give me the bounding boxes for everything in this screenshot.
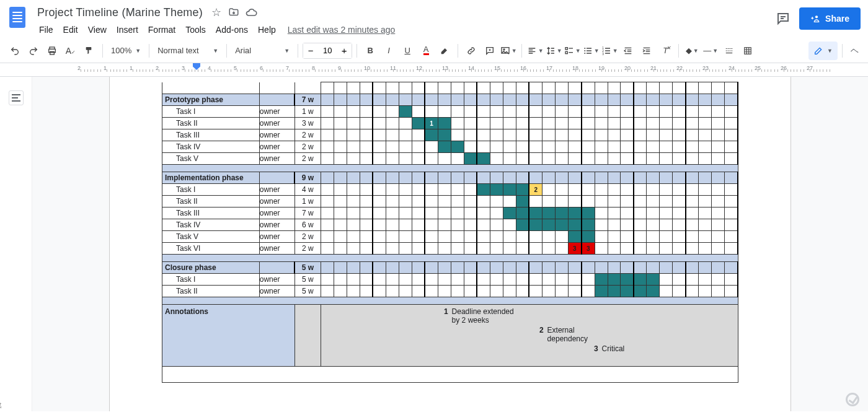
italic-button[interactable]: I [380, 42, 397, 59]
editing-mode-button[interactable]: ▼ [808, 42, 838, 60]
font-size-input[interactable] [318, 43, 337, 58]
svg-point-9 [584, 50, 585, 51]
document-page[interactable]: Prototype phase7 wTask Iowner1 wTask IIo… [109, 77, 791, 411]
border-style-button[interactable] [720, 42, 738, 59]
gantt-bar [516, 208, 529, 219]
task-owner: owner [259, 274, 294, 286]
line-spacing-button[interactable]: ▼ [545, 42, 562, 59]
font-size-control[interactable]: − + [303, 43, 352, 59]
annotation-text: Critical [602, 344, 625, 353]
docs-app-icon[interactable] [6, 4, 29, 31]
task-name: Task II [162, 196, 260, 208]
gantt-bar [569, 208, 582, 219]
border-width-button[interactable]: ―▼ [702, 42, 719, 59]
highlight-button[interactable] [436, 42, 453, 59]
print-button[interactable] [43, 42, 61, 59]
table-options-button[interactable] [739, 42, 756, 59]
indent-handle-icon[interactable] [193, 63, 200, 70]
task-owner: owner [259, 118, 294, 129]
task-name: Task I [162, 106, 260, 118]
gantt-bar [529, 219, 542, 231]
task-duration: 6 w [294, 219, 321, 231]
menu-insert[interactable]: Insert [112, 22, 143, 37]
paint-format-button[interactable] [81, 42, 98, 59]
zoom-select[interactable]: 100%▼ [107, 42, 144, 59]
underline-button[interactable]: U [399, 42, 416, 59]
task-name: Task II [162, 118, 260, 129]
add-comment-button[interactable] [481, 42, 498, 59]
star-icon[interactable]: ☆ [210, 6, 223, 19]
last-edit-link[interactable]: Last edit was 2 minutes ago [288, 25, 396, 35]
svg-text:3: 3 [602, 52, 604, 55]
gantt-bar [569, 231, 582, 243]
gantt-bar [621, 274, 634, 286]
menu-view[interactable]: View [84, 22, 111, 37]
task-duration: 2 w [294, 129, 321, 141]
gantt-bar [542, 208, 556, 219]
checklist-button[interactable]: ▼ [564, 42, 581, 59]
grammarly-icon[interactable] [846, 393, 859, 406]
task-owner: owner [259, 129, 294, 141]
gantt-bar [516, 196, 529, 208]
move-icon[interactable] [228, 6, 240, 19]
cloud-status-icon[interactable] [245, 6, 257, 19]
task-name [162, 82, 260, 94]
phase-name: Prototype phase [162, 94, 260, 106]
font-size-decrease[interactable]: − [303, 43, 318, 58]
menu-addons[interactable]: Add-ons [211, 22, 252, 37]
menu-format[interactable]: Format [144, 22, 180, 37]
task-duration: 7 w [294, 208, 321, 219]
task-owner: owner [259, 141, 294, 153]
gantt-bar [582, 231, 595, 243]
menu-help[interactable]: Help [254, 22, 280, 37]
comments-icon[interactable] [776, 11, 790, 26]
task-duration: 2 w [294, 153, 321, 165]
clear-formatting-button[interactable]: T✕ [657, 42, 674, 59]
gantt-bar [451, 141, 464, 153]
border-color-button[interactable]: ◆▼ [683, 42, 701, 59]
task-owner: owner [259, 243, 294, 255]
task-name: Task IV [162, 141, 260, 153]
task-name: Task II [162, 286, 260, 297]
menu-edit[interactable]: Edit [59, 22, 82, 37]
gantt-bar [399, 106, 412, 118]
text-color-button[interactable]: A [417, 42, 435, 59]
menu-tools[interactable]: Tools [181, 22, 210, 37]
gantt-bar [438, 141, 451, 153]
indent-increase-button[interactable] [638, 42, 655, 59]
insert-image-button[interactable]: ▼ [500, 42, 517, 59]
outline-toggle-button[interactable] [9, 90, 24, 105]
task-name: Task III [162, 129, 260, 141]
document-title[interactable]: Project Timeline (Marine Theme) [35, 5, 205, 20]
indent-decrease-button[interactable] [619, 42, 637, 59]
gantt-bar [621, 286, 634, 297]
page-number-gutter: 14 [0, 403, 2, 409]
font-size-increase[interactable]: + [337, 43, 352, 58]
collapse-toolbar-icon[interactable]: ヘ [847, 43, 862, 58]
redo-button[interactable] [25, 42, 42, 59]
gantt-bar [438, 118, 451, 129]
bold-button[interactable]: B [361, 42, 379, 59]
gantt-bar [503, 208, 516, 219]
horizontal-ruler[interactable]: 2112345678910111213141516171819202122232… [65, 63, 868, 76]
task-name: Task V [162, 153, 260, 165]
insert-link-button[interactable] [463, 42, 480, 59]
numbered-list-button[interactable]: 123▼ [601, 42, 618, 59]
align-button[interactable]: ▼ [526, 42, 544, 59]
task-name: Task I [162, 184, 260, 196]
task-name: Task III [162, 208, 260, 219]
gantt-bar [516, 219, 529, 231]
spellcheck-button[interactable]: A✓ [62, 42, 79, 59]
undo-button[interactable] [6, 42, 24, 59]
share-button[interactable]: Share [799, 7, 861, 30]
task-duration: 1 w [294, 196, 321, 208]
task-owner [259, 172, 294, 184]
gantt-bar [412, 118, 425, 129]
bullet-list-button[interactable]: ▼ [582, 42, 600, 59]
paragraph-style-select[interactable]: Normal text▼ [154, 42, 222, 59]
font-select[interactable]: Arial▼ [231, 42, 293, 59]
gantt-bar [516, 184, 529, 196]
gantt-bar [595, 274, 608, 286]
gantt-bar [608, 274, 621, 286]
menu-file[interactable]: File [35, 22, 58, 37]
